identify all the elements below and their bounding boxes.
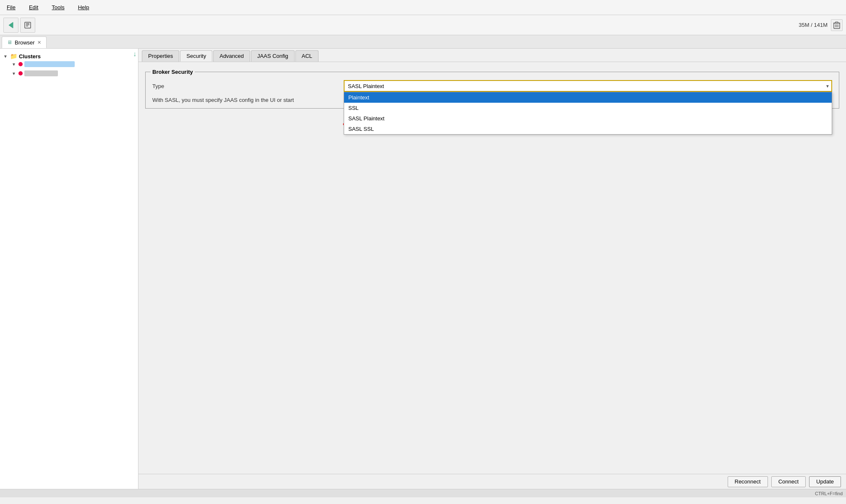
type-dropdown-wrapper: SASL Plaintext ▼ Plaintext SSL — [344, 80, 832, 92]
status-bar: CTRL+F=find — [0, 489, 846, 497]
child1-expand[interactable]: ▼ — [12, 62, 17, 67]
connect-button[interactable]: Connect — [771, 476, 806, 487]
option-sasl-plaintext[interactable]: SASL Plaintext — [344, 113, 832, 124]
back-icon — [7, 21, 15, 29]
status-text: CTRL+F=find — [815, 491, 843, 496]
toolbar-left — [3, 18, 35, 33]
sidebar: ↓ ▼ 📁 Clusters ▼ ▼ — [0, 49, 138, 489]
bottom-bar: Reconnect Connect Update — [138, 474, 846, 489]
trash-icon — [833, 21, 840, 29]
toolbar-right: 35M / 141M — [799, 19, 843, 31]
tree-children: ▼ ▼ — [3, 60, 135, 77]
tree-root: ▼ 📁 Clusters ▼ ▼ — [3, 52, 135, 77]
fieldset-legend: Broker Security — [151, 69, 195, 75]
content-area: Properties Security Advanced JAAS Config… — [138, 49, 846, 489]
tab-browser-label: Browser — [15, 39, 35, 46]
svg-rect-2 — [25, 22, 31, 28]
tab-jaas-config[interactable]: JAAS Config — [251, 50, 295, 62]
tab-security[interactable]: Security — [180, 50, 212, 62]
folder-icon: 📁 — [10, 53, 17, 60]
type-row: Type SASL Plaintext ▼ Plaintext — [152, 80, 832, 92]
panel-content: Broker Security Type SASL Plaintext ▼ Pl… — [138, 62, 846, 474]
refresh-button[interactable] — [20, 18, 35, 33]
menu-edit[interactable]: Edit — [26, 3, 42, 12]
dropdown-arrow-icon: ▼ — [825, 84, 830, 88]
tab-advanced[interactable]: Advanced — [213, 50, 250, 62]
option-plaintext[interactable]: Plaintext — [344, 92, 832, 103]
tab-acl[interactable]: ACL — [295, 50, 319, 62]
type-label: Type — [152, 83, 337, 89]
refresh-icon — [24, 21, 31, 29]
option-sasl-ssl[interactable]: SASL SSL — [344, 124, 832, 134]
back-button[interactable] — [3, 18, 18, 33]
toolbar: 35M / 141M — [0, 15, 846, 35]
main-layout: ↓ ▼ 📁 Clusters ▼ ▼ — [0, 49, 846, 489]
dropdown-list: Plaintext SSL SASL Plaintext SASL SSL — [344, 92, 832, 135]
menu-bar: File Edit Tools Help — [0, 0, 846, 15]
broker-security-fieldset: Broker Security Type SASL Plaintext ▼ Pl… — [145, 69, 839, 109]
memory-display: 35M / 141M — [799, 22, 828, 28]
tab-properties[interactable]: Properties — [142, 50, 179, 62]
tree-child-1[interactable]: ▼ — [12, 60, 135, 68]
cluster-name-1-blurred — [24, 61, 75, 67]
tree-expand-icon[interactable]: ▼ — [3, 54, 8, 59]
dropdown-selected-value: SASL Plaintext — [348, 83, 384, 89]
svg-rect-8 — [836, 22, 838, 23]
reconnect-button[interactable]: Reconnect — [728, 476, 768, 487]
menu-file[interactable]: File — [3, 3, 19, 12]
menu-help[interactable]: Help — [75, 3, 93, 12]
red-dot-1 — [18, 62, 23, 66]
prop-tabs: Properties Security Advanced JAAS Config… — [138, 49, 846, 62]
tab-bar: 🖥 Browser ✕ — [0, 35, 846, 49]
tree-clusters-item[interactable]: ▼ 📁 Clusters — [3, 52, 135, 60]
tab-close-button[interactable]: ✕ — [37, 40, 41, 45]
browser-tab-icon: 🖥 — [7, 39, 12, 45]
type-dropdown[interactable]: SASL Plaintext ▼ — [344, 80, 832, 92]
menu-tools[interactable]: Tools — [48, 3, 68, 12]
update-button[interactable]: Update — [809, 476, 841, 487]
cluster-name-2-blurred — [24, 70, 58, 76]
red-dot-2 — [18, 71, 23, 75]
clusters-label: Clusters — [19, 53, 41, 60]
sidebar-collapse-arrow[interactable]: ↓ — [133, 50, 136, 58]
option-ssl[interactable]: SSL — [344, 103, 832, 113]
tree-child-2[interactable]: ▼ — [12, 70, 135, 77]
tab-browser[interactable]: 🖥 Browser ✕ — [2, 36, 47, 48]
gc-button[interactable] — [831, 19, 843, 31]
child2-expand[interactable]: ▼ — [12, 71, 17, 76]
